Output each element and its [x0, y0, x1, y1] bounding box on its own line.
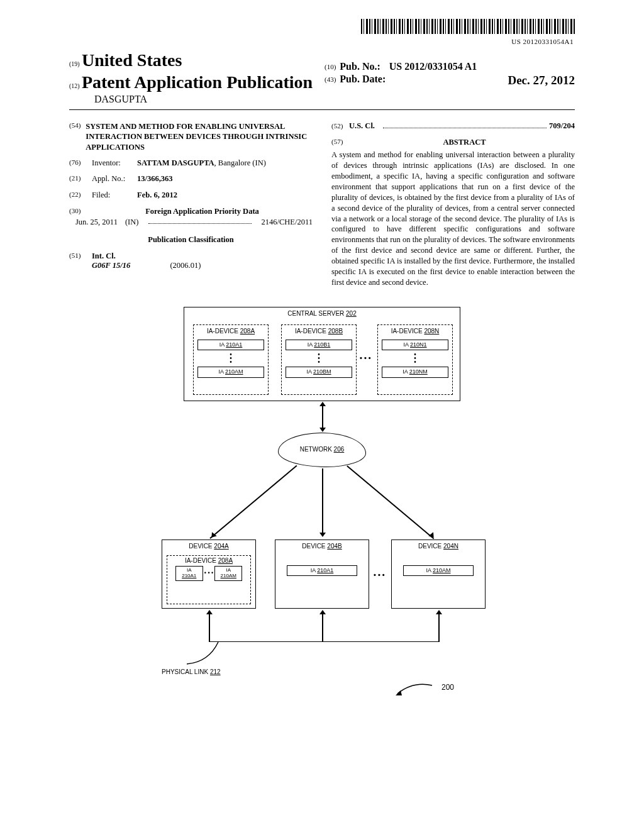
country: United States — [82, 50, 182, 70]
intcl-class: G06F 15/16 — [92, 261, 130, 270]
f30-code: (30) — [69, 207, 87, 217]
invention-title: SYSTEM AND METHOD FOR ENABLING UNIVERSAL… — [86, 121, 313, 152]
barcode-number: US 20120331054A1 — [69, 38, 575, 47]
f57-code: (57) — [331, 138, 349, 150]
dots-leader — [148, 218, 251, 224]
device-a-ia-box: IA-DEVICE 208A IA210A1 • • • IA210AM — [167, 555, 251, 604]
f54-code: (54) — [69, 121, 80, 152]
device-a-iam: IA210AM — [214, 566, 242, 581]
f76-label: Inventor: — [92, 158, 132, 169]
pubno-code: (10) — [325, 60, 336, 73]
ia-210am: IA 210AM — [197, 367, 264, 377]
f51-label: Int. Cl. — [92, 252, 116, 262]
priority-num: 2146/CHE/2011 — [262, 218, 313, 228]
barcode-area: US 20120331054A1 — [69, 19, 575, 47]
inventor-name: SATTAM DASGUPTA — [137, 158, 214, 167]
priority-country: (IN) — [125, 218, 139, 228]
filed-date: Feb. 6, 2012 — [137, 191, 313, 201]
pubdate-label: Pub. Date: — [340, 73, 386, 88]
ia-device-a: IA-DEVICE 208A IA 210A1 ••• IA 210AM — [193, 324, 269, 395]
phys-bus — [209, 641, 439, 643]
central-server-label: CENTRAL SERVER 202 — [184, 307, 460, 321]
country-code: (19) — [69, 60, 80, 67]
ia-device-n: IA-DEVICE 208N IA 210N1 ••• IA 210NM — [377, 324, 453, 395]
title-block: (19) United States (12) Patent Applicati… — [69, 49, 575, 106]
device-b-ia: IA 210A1 — [287, 565, 357, 576]
phys-stub-b — [322, 611, 323, 642]
ref200-curve — [394, 678, 438, 697]
hdots-server: • • • — [360, 354, 371, 363]
ia-device-b: IA-DEVICE 208B IA 210B1 ••• IA 210BM — [281, 324, 357, 395]
f51-code: (51) — [69, 252, 87, 262]
ia-210nm: IA 210NM — [382, 367, 448, 377]
barcode-graphic — [361, 19, 575, 34]
abstract-heading: ABSTRACT — [354, 138, 575, 148]
figure-wrap: CENTRAL SERVER 202 IA-DEVICE 208A IA 210… — [69, 307, 575, 709]
doctype-code: (12) — [69, 82, 80, 89]
device-a-ia1: IA210A1 — [175, 566, 203, 581]
f30-heading: Foreign Application Priority Data — [92, 207, 313, 217]
f52-label: U.S. Cl. — [349, 121, 380, 131]
dots-leader-2 — [383, 122, 547, 128]
biblio-columns: (54) SYSTEM AND METHOD FOR ENABLING UNIV… — [69, 121, 575, 288]
inventor-loc: , Bangalore (IN) — [214, 158, 266, 167]
conn-cloud-devN — [347, 465, 435, 539]
phys-link-curve — [184, 640, 234, 672]
phys-link-label: PHYSICAL LINK 212 — [162, 668, 221, 677]
f21-label: Appl. No.: — [92, 174, 132, 184]
right-column: (52) U.S. Cl. 709/204 (57) ABSTRACT A sy… — [331, 121, 575, 288]
pubclass-heading: Publication Classification — [69, 235, 313, 245]
phys-stub-a — [209, 611, 210, 642]
ia-210bm: IA 210BM — [286, 367, 352, 377]
pubdate-value: Dec. 27, 2012 — [508, 73, 575, 88]
conn-cloud-devB — [322, 468, 323, 536]
f76-code: (76) — [69, 158, 87, 169]
f21-code: (21) — [69, 174, 87, 184]
device-b-box: DEVICE 204B IA 210A1 — [275, 540, 369, 609]
figure: CENTRAL SERVER 202 IA-DEVICE 208A IA 210… — [146, 307, 498, 709]
priority-date: Jun. 25, 2011 — [75, 218, 118, 228]
f52-code: (52) — [331, 122, 349, 131]
header-rule — [69, 109, 575, 110]
ia-210b1: IA 210B1 — [286, 340, 352, 350]
f22-label: Filed: — [92, 191, 132, 201]
abstract-text: A system and method for enabling univers… — [331, 150, 575, 287]
author: DASGUPTA — [69, 93, 319, 106]
device-n-ia: IA 210AM — [403, 565, 474, 576]
intcl-year: (2006.01) — [170, 261, 201, 270]
fig-ref-200: 200 — [441, 683, 454, 692]
ia-210a1: IA 210A1 — [197, 340, 264, 350]
hdots-devices: • • • — [374, 571, 385, 580]
uscl-value: 709/204 — [549, 121, 575, 131]
f22-code: (22) — [69, 191, 87, 201]
device-n-box: DEVICE 204N IA 210AM — [391, 540, 486, 609]
conn-server-network — [322, 402, 323, 431]
phys-stub-n — [438, 611, 440, 642]
ia-210n1: IA 210N1 — [382, 340, 448, 350]
appl-no: 13/366,363 — [137, 174, 313, 184]
pubdate-code: (43) — [325, 73, 336, 88]
left-column: (54) SYSTEM AND METHOD FOR ENABLING UNIV… — [69, 121, 313, 288]
conn-cloud-devA — [210, 465, 297, 539]
pubno-value: US 2012/0331054 A1 — [389, 60, 477, 73]
network-cloud: NETWORK 206 — [278, 433, 366, 467]
pubno-label: Pub. No.: — [340, 60, 380, 73]
doctype: Patent Application Publication — [82, 72, 313, 92]
